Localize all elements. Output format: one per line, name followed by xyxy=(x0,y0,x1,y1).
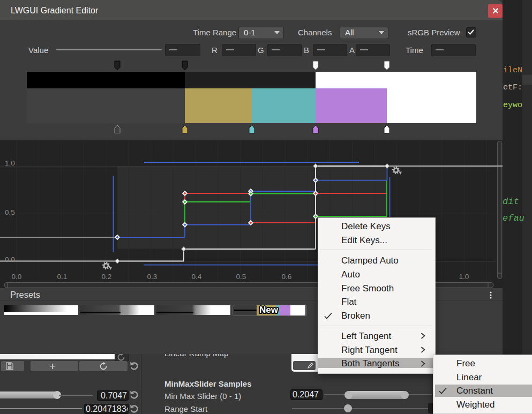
svg-text:0.0: 0.0 xyxy=(12,273,22,281)
svg-text:0.5: 0.5 xyxy=(5,208,15,216)
svg-text:1.0: 1.0 xyxy=(5,159,15,167)
svg-text:0.5: 0.5 xyxy=(236,273,246,281)
svg-text:1.0: 1.0 xyxy=(459,273,469,281)
svg-text:0.3: 0.3 xyxy=(147,273,158,281)
svg-text:0.4: 0.4 xyxy=(192,273,202,281)
svg-text:0.0: 0.0 xyxy=(5,255,15,264)
svg-text:0.1: 0.1 xyxy=(57,273,68,281)
svg-text:0.6: 0.6 xyxy=(282,273,292,281)
svg-text:0.2: 0.2 xyxy=(102,273,112,281)
